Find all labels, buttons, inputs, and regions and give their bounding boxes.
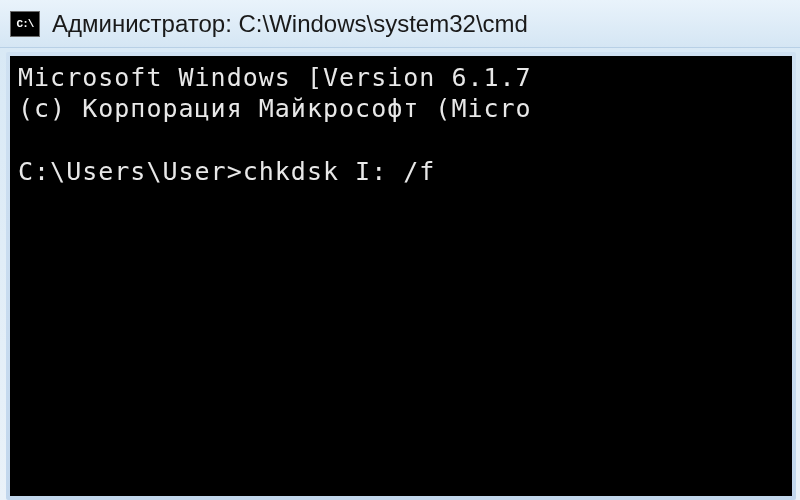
cmd-icon-label: C:\	[17, 18, 34, 30]
cmd-icon: C:\	[10, 11, 40, 37]
window-titlebar[interactable]: C:\ Администратор: C:\Windows\system32\c…	[0, 0, 800, 48]
terminal-prompt-line: C:\Users\User>chkdsk I: /f	[18, 157, 435, 186]
window-title: Администратор: C:\Windows\system32\cmd	[52, 10, 528, 38]
terminal-line-copyright: (с) Корпорация Майкрософт (Micro	[18, 94, 532, 123]
terminal-command[interactable]: chkdsk I: /f	[243, 157, 436, 186]
terminal-output[interactable]: Microsoft Windows [Version 6.1.7 (с) Кор…	[10, 56, 792, 496]
window-frame: Microsoft Windows [Version 6.1.7 (с) Кор…	[6, 52, 796, 500]
terminal-prompt: C:\Users\User>	[18, 157, 243, 186]
terminal-line-version: Microsoft Windows [Version 6.1.7	[18, 63, 532, 92]
